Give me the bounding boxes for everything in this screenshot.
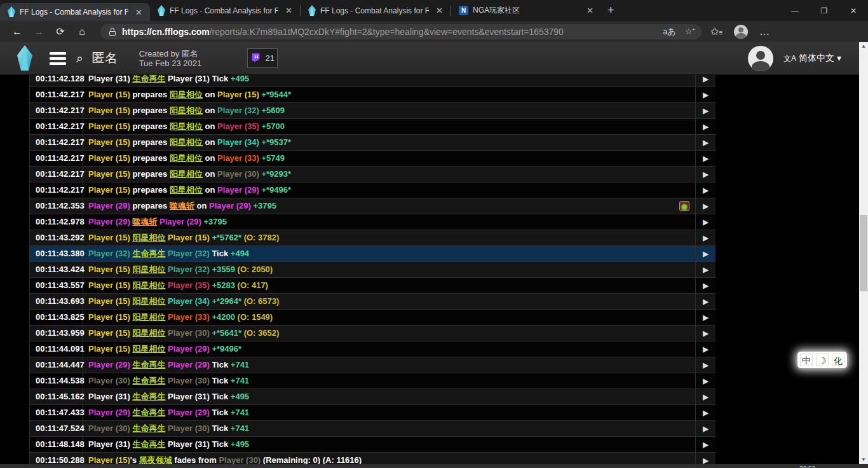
player-link[interactable]: Player (30) [219,455,261,465]
player-link[interactable]: Player (31) [88,439,130,449]
ability-link[interactable]: 阳星相位 [132,280,165,290]
player-link[interactable]: Player (15) [88,90,130,99]
ability-link[interactable]: 生命再生 [132,74,165,83]
add-favorite-icon[interactable]: ☆+ [685,27,695,36]
browser-tab-3[interactable]: FF Logs - Combat Analysis for FF ✕ [301,0,451,21]
player-link[interactable]: Player (32) [168,249,210,258]
expand-row-arrow-icon[interactable]: ▶ [696,310,715,325]
player-link[interactable]: Player (15) [88,106,130,115]
browser-tab-2[interactable]: FF Logs - Combat Analysis for FF ✕ [150,0,300,21]
back-button[interactable]: ← [6,26,28,38]
event-row[interactable]: 00:11:45.162Player (31) 生命再生 Player (31)… [29,389,715,405]
browser-profile-avatar[interactable] [734,25,748,39]
player-link[interactable]: Player (15) [88,328,130,338]
widget-convert-button[interactable]: 化 [832,354,844,366]
browser-tab-4[interactable]: N NGA玩家社区 ✕ [451,0,601,21]
player-link[interactable]: Player (30) [88,423,130,433]
expand-row-arrow-icon[interactable]: ▶ [696,151,715,166]
address-bar[interactable]: https://cn.fflogs.com/reports/a:K7m89a1t… [100,24,702,39]
player-link[interactable]: Player (15) [217,90,259,99]
tab-close-icon[interactable]: ✕ [584,6,596,15]
expand-row-arrow-icon[interactable]: ▶ [696,87,715,102]
player-link[interactable]: Player (29) [209,201,251,210]
expand-row-arrow-icon[interactable]: ▶ [696,198,715,214]
event-row[interactable]: 00:11:42.217Player (15) prepares 阳星相位 on… [29,103,715,119]
scroll-up-icon[interactable]: ▲ [859,42,868,51]
minimize-button[interactable]: — [780,0,810,21]
event-row[interactable]: 00:11:44.091Player (15) 阳星相位 Player (29)… [29,341,715,357]
expand-row-arrow-icon[interactable]: ▶ [696,214,715,230]
player-link[interactable]: Player (15) [88,153,130,163]
expand-row-arrow-icon[interactable]: ▶ [696,357,715,373]
player-link[interactable]: Player (15) [88,280,130,290]
ability-link[interactable]: 阳星相位 [132,233,165,242]
player-link[interactable]: Player (15) [88,455,130,465]
ability-link[interactable]: 生命再生 [132,376,165,385]
browser-menu-icon[interactable]: … [759,26,770,38]
expand-row-arrow-icon[interactable]: ▶ [696,119,715,134]
event-row[interactable]: 00:11:44.538Player (30) 生命再生 Player (30)… [29,373,715,389]
player-link[interactable]: Player (29) [168,360,210,369]
ability-link[interactable]: 噬魂斩 [170,201,194,210]
ability-link[interactable]: 阳星相位 [170,169,203,179]
widget-moon-button[interactable]: ☽ [816,354,829,366]
browser-tab-1[interactable]: FF Logs - Combat Analysis for FF ✕ [0,3,150,21]
scrollbar-thumb[interactable] [860,215,867,291]
translate-icon[interactable]: aあ [663,26,676,38]
ability-link[interactable]: 阳星相位 [132,328,165,338]
player-link[interactable]: Player (29) [217,185,259,195]
expand-row-arrow-icon[interactable]: ▶ [696,405,715,420]
expand-row-arrow-icon[interactable]: ▶ [696,437,715,452]
player-link[interactable]: Player (31) [168,74,210,83]
ability-link[interactable]: 生命再生 [132,249,165,258]
player-link[interactable]: Player (31) [88,392,130,401]
ability-link[interactable]: 阳星相位 [132,344,165,354]
player-link[interactable]: Player (35) [217,121,259,131]
ability-link[interactable]: 阳星相位 [170,137,203,147]
user-avatar[interactable] [748,46,773,71]
home-button[interactable]: ⌂ [71,26,93,38]
event-row[interactable]: 00:11:48.148Player (31) 生命再生 Player (31)… [29,437,715,453]
player-link[interactable]: Player (15) [88,312,130,322]
event-row[interactable]: 00:11:42.217Player (15) prepares 阳星相位 on… [29,87,715,103]
event-row[interactable]: 00:11:47.524Player (30) 生命再生 Player (30)… [29,421,715,437]
event-row[interactable]: 00:11:43.424Player (15) 阳星相位 Player (32)… [29,262,715,278]
page-scrollbar[interactable]: ▲ ▼ [859,42,868,468]
ability-link[interactable]: 生命再生 [132,408,165,417]
player-link[interactable]: Player (15) [88,121,130,131]
ability-link[interactable]: 生命再生 [132,439,165,449]
refresh-button[interactable]: ⟳ [50,25,71,38]
ability-tooltip-icon[interactable] [679,201,689,211]
restore-button[interactable]: ❐ [810,0,839,21]
expand-row-arrow-icon[interactable]: ▶ [696,182,715,198]
event-row[interactable]: 00:11:42.217Player (15) prepares 阳星相位 on… [29,119,715,135]
ability-link[interactable]: 阳星相位 [170,90,203,99]
expand-row-arrow-icon[interactable]: ▶ [696,230,715,245]
player-link[interactable]: Player (31) [168,392,210,401]
player-link[interactable]: Player (29) [168,344,210,354]
tab-close-icon[interactable]: ✕ [283,6,295,15]
player-link[interactable]: Player (15) [88,169,130,179]
event-row[interactable]: 00:11:42.217Player (15) prepares 阳星相位 on… [29,151,715,167]
widget-chinese-button[interactable]: 中 [800,354,813,366]
ability-link[interactable]: 阳星相位 [132,312,165,322]
favorites-hub-icon[interactable]: ✩≡ [710,25,722,38]
url-text[interactable]: https://cn.fflogs.com/reports/a:K7m89a1t… [122,27,654,37]
player-link[interactable]: Player (33) [168,312,210,322]
player-link[interactable]: Player (15) [168,233,210,242]
language-selector[interactable]: 文A简体中文 ▾ [783,53,841,64]
player-link[interactable]: Player (30) [168,376,210,385]
player-link[interactable]: Player (15) [88,265,130,274]
ability-link[interactable]: 噬魂斩 [132,217,157,226]
player-link[interactable]: Player (29) [88,217,130,226]
event-row[interactable]: 00:11:43.380Player (32) 生命再生 Player (32)… [29,246,715,262]
ability-link[interactable]: 阳星相位 [170,106,203,115]
ability-link[interactable]: 生命再生 [132,423,165,433]
forward-button[interactable]: → [28,26,50,38]
event-row[interactable]: 00:11:42.978Player (29) 噬魂斩 Player (29) … [29,214,715,230]
event-row[interactable]: 00:11:43.825Player (15) 阳星相位 Player (33)… [29,310,715,326]
player-link[interactable]: Player (29) [168,408,210,417]
new-tab-button[interactable]: + [607,4,614,17]
player-link[interactable]: Player (32) [217,106,259,115]
fflogs-logo[interactable] [17,45,32,72]
